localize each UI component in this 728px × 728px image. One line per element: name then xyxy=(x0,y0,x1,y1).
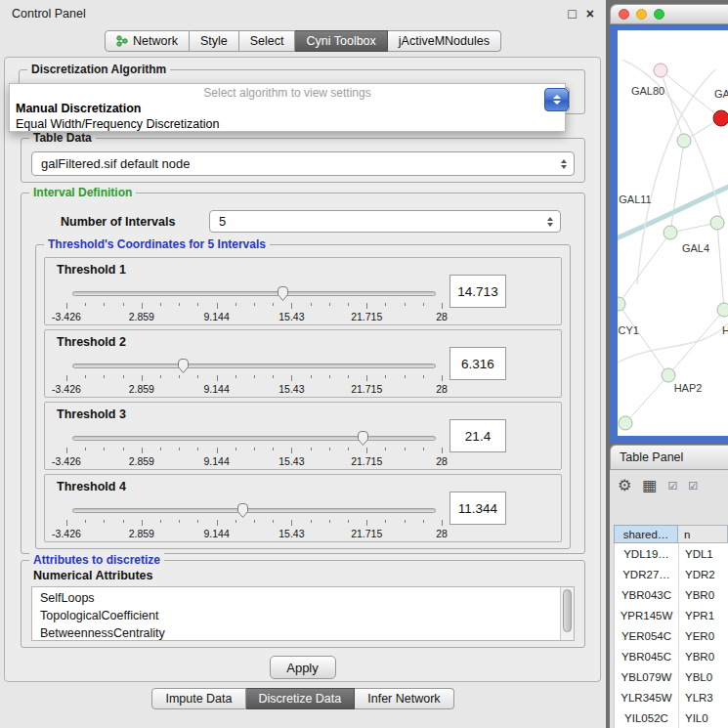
threshold-slider[interactable]: -3.4262.8599.14415.4321.71528 xyxy=(66,501,442,535)
network-node[interactable] xyxy=(717,303,728,317)
threshold-value-input[interactable]: 11.344 xyxy=(450,492,506,525)
close-icon[interactable]: × xyxy=(586,7,594,21)
table-cell: YIL0 xyxy=(679,707,728,728)
network-node[interactable] xyxy=(619,416,632,430)
tick-mark xyxy=(142,375,143,381)
desktop: { "colors": { "accent_blue": "#3f6fce", … xyxy=(0,0,728,728)
tab-select[interactable]: Select xyxy=(239,30,296,52)
tick-mark xyxy=(160,448,161,450)
threshold-row: Threshold 4-3.4262.8599.14415.4321.71528… xyxy=(44,474,562,542)
tick-mark xyxy=(385,520,386,523)
algorithm-select-stepper[interactable] xyxy=(544,88,569,111)
tick-mark xyxy=(123,375,124,378)
table-row[interactable]: YDL19…YDL1 xyxy=(615,543,728,564)
tab-discretize-data[interactable]: Discretize Data xyxy=(246,688,356,709)
table-row[interactable]: YBR045CYBR0 xyxy=(615,646,728,666)
num-intervals-select[interactable]: 5 xyxy=(209,210,561,233)
tab-network[interactable]: Network xyxy=(105,30,190,52)
network-node[interactable] xyxy=(664,226,677,239)
popup-option-equal-width-frequency-discretization[interactable]: Equal Width/Frequency Discretization xyxy=(10,116,565,132)
tab-jactivemnodules[interactable]: jActiveMNodules xyxy=(388,30,501,52)
updown-arrows-icon xyxy=(547,217,553,227)
table-row[interactable]: YBL079WYBL0 xyxy=(615,666,728,687)
scale-label: 21.715 xyxy=(351,455,382,467)
tick-mark xyxy=(236,448,236,450)
numerical-attributes-list[interactable]: SelfLoopsTopologicalCoefficientBetweenne… xyxy=(31,586,575,641)
tab-label: Infer Network xyxy=(367,692,440,706)
network-node[interactable] xyxy=(618,297,625,311)
table-row[interactable]: YIL052CYIL0 xyxy=(615,707,728,728)
unselect-columns-icon[interactable]: ☑ xyxy=(688,481,698,492)
tick-mark xyxy=(179,520,180,523)
table-panel-titlebar[interactable]: Table Panel xyxy=(610,445,728,470)
select-all-columns-icon[interactable]: ☑ xyxy=(667,481,677,492)
tab-label: Style xyxy=(200,34,228,48)
tab-cyni-toolbox[interactable]: Cyni Toolbox xyxy=(295,30,387,52)
slider-ticks xyxy=(66,448,442,454)
node-label: HAP2 xyxy=(674,382,703,394)
network-node[interactable] xyxy=(654,64,667,77)
tick-mark xyxy=(217,303,218,309)
threshold-value-input[interactable]: 14.713 xyxy=(450,275,506,308)
tab-infer-network[interactable]: Infer Network xyxy=(355,688,453,709)
table-row[interactable]: YDR27…YDR2 xyxy=(615,564,728,584)
close-traffic-light[interactable] xyxy=(619,9,629,20)
slider-handle[interactable] xyxy=(236,502,249,519)
table-row[interactable]: YBR043CYBR0 xyxy=(615,584,728,605)
network-node[interactable] xyxy=(677,134,691,148)
table-cell: YBR043C xyxy=(615,584,679,605)
network-edge xyxy=(670,141,684,233)
tab-style[interactable]: Style xyxy=(190,30,239,52)
node-label: GAL11 xyxy=(619,193,651,205)
threshold-value-input[interactable]: 6.316 xyxy=(450,347,506,380)
network-node[interactable] xyxy=(662,368,675,382)
slider-scale: -3.4262.8599.14415.4321.71528 xyxy=(66,383,442,395)
network-window-titlebar[interactable] xyxy=(610,4,728,24)
tick-mark xyxy=(142,520,143,526)
apply-button[interactable]: Apply xyxy=(270,656,336,679)
network-node[interactable] xyxy=(713,110,728,126)
network-canvas[interactable]: GAL80GALGAL11GAL4GCY1HHAP2 xyxy=(618,30,728,436)
tick-mark xyxy=(273,303,274,306)
settings-gear-icon[interactable]: ⚙ xyxy=(618,478,631,493)
tick-mark xyxy=(329,303,330,306)
list-scrollbar[interactable] xyxy=(560,587,574,640)
num-intervals-label: Number of Intervals xyxy=(61,215,175,229)
zoom-traffic-light[interactable] xyxy=(654,9,664,20)
table-data-select[interactable]: galFiltered.sif default node xyxy=(31,151,575,176)
tick-mark xyxy=(423,303,424,306)
tick-mark xyxy=(254,520,255,523)
tick-mark xyxy=(160,520,161,523)
slider-handle[interactable] xyxy=(177,358,190,374)
table-row[interactable]: YPR145WYPR1 xyxy=(615,605,728,625)
minimize-traffic-light[interactable] xyxy=(636,9,647,20)
column-header-n[interactable]: n xyxy=(678,525,728,543)
network-node[interactable] xyxy=(710,216,724,230)
list-item[interactable]: SelfLoops xyxy=(32,589,560,607)
table-cell: YDL1 xyxy=(679,543,728,564)
group-title-table-data: Table Data xyxy=(29,131,96,145)
tick-mark xyxy=(66,375,67,381)
table-row[interactable]: YLR345WYLR3 xyxy=(615,687,728,707)
popup-option-manual-discretization[interactable]: Manual Discretization xyxy=(10,101,565,116)
scrollbar-thumb[interactable] xyxy=(563,589,572,632)
column-header-shared[interactable]: shared… xyxy=(614,525,678,543)
scale-label: -3.426 xyxy=(52,455,81,467)
show-columns-icon[interactable]: ▦ xyxy=(642,478,657,493)
control-panel-titlebar[interactable]: Control Panel □× xyxy=(0,0,606,26)
slider-handle[interactable] xyxy=(277,285,289,302)
table-cell: YLR3 xyxy=(679,687,728,707)
tick-mark xyxy=(291,520,292,526)
threshold-slider[interactable]: -3.4262.8599.14415.4321.71528 xyxy=(66,357,442,390)
threshold-slider[interactable]: -3.4262.8599.14415.4321.71528 xyxy=(66,429,442,462)
list-item[interactable]: BetweennessCentrality xyxy=(32,624,560,640)
float-window-icon[interactable]: □ xyxy=(568,7,576,21)
threshold-value-input[interactable]: 21.4 xyxy=(450,419,506,452)
tab-impute-data[interactable]: Impute Data xyxy=(151,688,245,709)
threshold-slider[interactable]: -3.4262.8599.14415.4321.71528 xyxy=(66,284,442,318)
node-label: GCY1 xyxy=(618,324,639,336)
table-row[interactable]: YER054CYER0 xyxy=(615,625,728,646)
slider-handle[interactable] xyxy=(357,430,369,447)
list-item[interactable]: TopologicalCoefficient xyxy=(32,607,560,624)
tick-mark xyxy=(217,448,218,453)
